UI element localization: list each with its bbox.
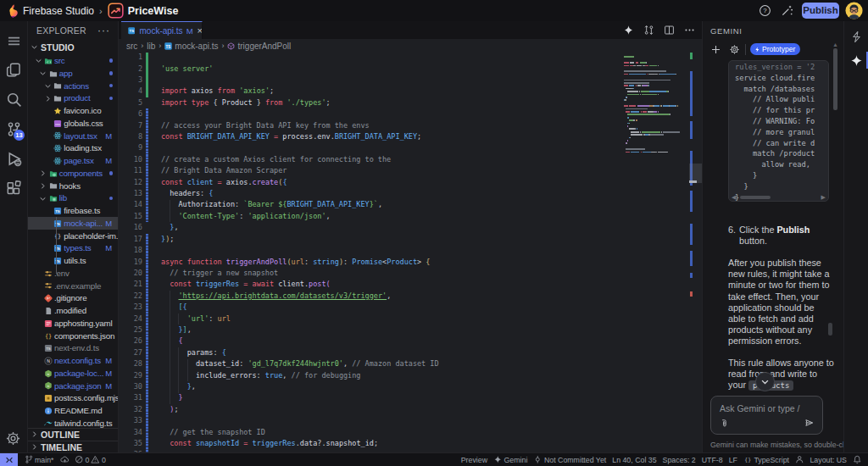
tree-item-mock-api...[interactable]: TSmock-api...M [28,217,118,230]
tree-item-page.tsx[interactable]: page.tsxM [28,154,118,167]
tree-item-lib[interactable]: lib [28,192,118,205]
tree-item-src[interactable]: src [28,54,118,67]
send-icon[interactable] [804,418,815,428]
status-language-mode[interactable]: {}TypeScript [740,455,792,464]
code-line-26: 26 { [119,336,702,347]
tree-item-label: .gitignore [54,293,86,302]
breadcrumb-item[interactable]: src [126,42,137,51]
gemini-star-icon[interactable] [850,54,863,67]
tree-item-next.config.ts[interactable]: Nnext.config.tsM [28,354,118,367]
modified-dot [109,197,114,201]
status-feedback[interactable] [792,455,807,464]
rules-code-block[interactable]: rules_version = '2service cloud.fire mat… [728,60,829,202]
tree-item-next-env.d.ts[interactable]: TSnext-env.d.ts [28,342,118,355]
gemini-sparkle-icon[interactable] [623,25,634,36]
section-outline[interactable]: OUTLINE [28,429,118,441]
tree-item-firebase.ts[interactable]: TSfirebase.ts [28,204,118,217]
tree-item-.gitignore[interactable]: .gitignore [28,292,118,305]
status-keyboard-layout[interactable]: Layout: US [807,456,850,464]
status-encoding[interactable]: UTF-8 [698,456,726,464]
status-gemini-status[interactable]: Gemini [491,455,531,464]
remote-indicator[interactable] [0,453,18,466]
svg-text:TS: TS [56,209,61,214]
extensions-icon[interactable] [5,180,23,197]
tree-item-utils.ts[interactable]: TSutils.ts [28,254,118,267]
tree-item-placeholder-im...[interactable]: {}placeholder-im... [28,230,118,242]
tree-item-actions[interactable]: actions [28,80,118,92]
section-timeline[interactable]: TIMELINE [28,441,118,452]
brand-title[interactable]: Firebase Studio [23,5,94,17]
code-horizontal-scrollbar[interactable]: ◀ ▶ [729,194,828,201]
star-icon [53,107,62,115]
status-eol[interactable]: LF [726,456,740,464]
section-studio[interactable]: STUDIO [28,42,118,53]
publish-button[interactable]: Publish [802,3,839,19]
tree-item-tailwind.config.ts[interactable]: tailwind.config.ts [28,417,118,428]
code-line-4: 4import axios from 'axios'; [119,86,702,97]
tree-item-layout.tsx[interactable]: layout.tsxM [28,130,118,142]
avatar[interactable] [845,2,863,19]
tree-item-hooks[interactable]: hooks [28,180,118,192]
firebase-logo-icon[interactable] [7,3,19,19]
open-changes-icon[interactable] [643,25,654,36]
minimap[interactable] [624,53,680,157]
code-editor[interactable]: 12'use server'34import axios from 'axios… [119,53,702,452]
help-icon[interactable]: ? [759,4,771,17]
wand-icon[interactable] [781,4,793,17]
attachment-icon[interactable] [719,419,728,428]
split-editor-icon[interactable] [664,25,675,36]
status-problems[interactable]: 00 [72,455,109,464]
tree-item-package.json[interactable]: npackage.jsonM [28,380,118,392]
explorer-icon[interactable] [5,61,23,79]
firebase-studio-window: Firebase Studio › PriceWise ? Publish 13… [0,0,868,466]
chat-scrollbar[interactable] [833,48,837,110]
more-actions-icon[interactable] [684,25,695,36]
status-publish-changes[interactable] [57,455,72,464]
breadcrumb-item[interactable]: triggerAndPoll [237,42,291,51]
explorer-more-icon[interactable]: ··· [97,25,118,36]
scroll-to-bottom-button[interactable] [755,372,775,391]
new-chat-icon[interactable] [710,44,721,55]
tree-item-loading.tsx[interactable]: loading.tsx [28,142,118,155]
editor-scrollbar-thumb[interactable] [689,164,702,183]
tree-item-types.ts[interactable]: TStypes.tsM [28,242,118,255]
status-notifications[interactable] [850,455,865,464]
tree-item-product[interactable]: product [28,92,118,105]
chat-scrollbar-thumb[interactable] [828,323,832,336]
tab-mock-api[interactable]: TS mock-api.ts M × [121,21,203,39]
tree-item-apphosting.yaml[interactable]: apphosting.yaml [28,317,118,330]
settings-icon[interactable] [5,430,23,448]
run-and-debug-icon[interactable] [5,150,23,168]
tree-item-postcss.config.mjs[interactable]: postcss.config.mjs [28,392,118,405]
code-line-16: 16 }, [119,222,702,233]
tree-item-components.json[interactable]: {}components.json [28,330,118,342]
tree-item-.modified[interactable]: .modified [28,304,118,317]
tree-item-label: mock-api... [64,219,103,228]
spark-outline-icon[interactable] [850,31,863,43]
status-git-branch[interactable]: main* [21,455,57,464]
search-icon[interactable] [5,91,23,108]
tree-item-.env[interactable]: .env [28,267,118,280]
breadcrumb-item[interactable]: lib [147,42,155,51]
prototyper-badge[interactable]: Prototyper [750,43,800,55]
menu-icon[interactable] [5,32,23,50]
tree-item-globals.css[interactable]: cssglobals.css [28,117,118,130]
tree-item-app[interactable]: app [28,67,118,80]
tree-item-README.md[interactable]: README.md [28,404,118,417]
gear-icon[interactable] [729,44,740,55]
gemini-input[interactable]: Ask Gemini or type / [710,396,823,435]
breadcrumb-item[interactable]: mock-api.ts [175,42,218,51]
status-preview[interactable]: Preview [458,456,490,464]
scroll-up-icon[interactable]: ▲ [832,42,838,47]
tree-item-.env.example[interactable]: .env.example [28,280,118,292]
breadcrumb-separator: › [158,42,162,50]
tree-item-favicon.ico[interactable]: favicon.ico [28,104,118,117]
indent-guide [170,291,170,404]
status-commit-status[interactable]: Not Committed Yet [531,455,609,464]
tab-close-icon[interactable]: × [198,25,203,36]
git-icon [44,294,53,302]
tree-item-components[interactable]: components [28,167,118,180]
tree-item-package-loc...[interactable]: npackage-loc...M [28,367,118,380]
status-cursor-position[interactable]: Ln 40, Col 35 [609,456,659,464]
status-indentation[interactable]: Spaces: 2 [659,456,698,464]
